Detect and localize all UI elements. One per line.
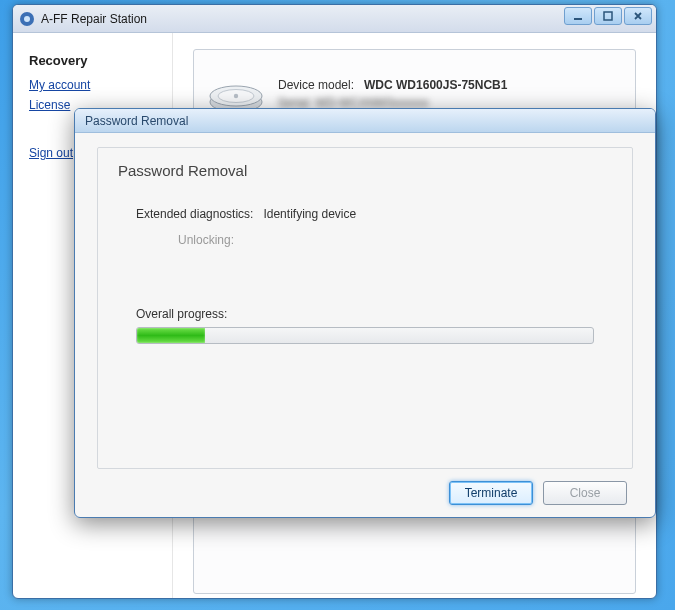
main-titlebar[interactable]: A-FF Repair Station: [13, 5, 656, 33]
unlocking-label: Unlocking:: [178, 233, 234, 247]
svg-rect-3: [604, 12, 612, 20]
close-dialog-button: Close: [543, 481, 627, 505]
device-model-value: WDC WD1600JS-75NCB1: [364, 78, 507, 92]
app-icon: [19, 11, 35, 27]
diagnostics-value: Identifying device: [263, 207, 356, 221]
svg-rect-2: [574, 18, 582, 20]
sidebar-heading: Recovery: [29, 53, 156, 68]
main-window-title: A-FF Repair Station: [41, 12, 147, 26]
progress-fill: [137, 328, 205, 343]
window-controls: [562, 7, 652, 25]
svg-point-7: [234, 94, 238, 98]
dialog-titlebar[interactable]: Password Removal: [75, 109, 655, 133]
terminate-button[interactable]: Terminate: [449, 481, 533, 505]
diagnostics-label: Extended diagnostics:: [136, 207, 253, 221]
dialog-groupbox: Password Removal Extended diagnostics: I…: [97, 147, 633, 469]
dialog-title: Password Removal: [85, 114, 188, 128]
progress-label: Overall progress:: [136, 307, 612, 321]
dialog-heading: Password Removal: [118, 162, 612, 179]
minimize-button[interactable]: [564, 7, 592, 25]
password-removal-dialog: Password Removal Password Removal Extend…: [74, 108, 656, 518]
maximize-button[interactable]: [594, 7, 622, 25]
svg-point-1: [24, 16, 30, 22]
progress-bar: [136, 327, 594, 344]
sidebar-link-account[interactable]: My account: [29, 78, 156, 92]
device-model-label: Device model:: [278, 78, 354, 92]
close-button[interactable]: [624, 7, 652, 25]
